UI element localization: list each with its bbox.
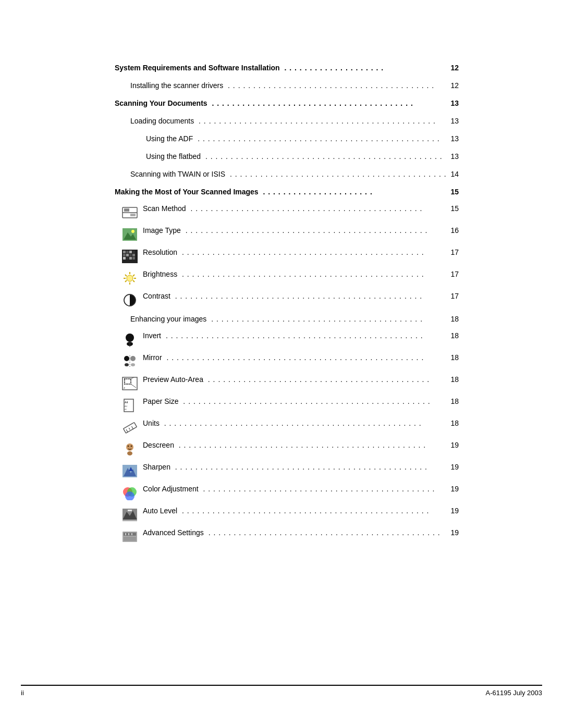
svg-rect-12 [123,254,126,256]
toc-dots-units: . . . . . . . . . . . . . . . . . . . . … [162,419,446,428]
image-type-icon [120,226,140,243]
toc-page-using-adf: 13 [448,133,459,144]
toc-entry-loading-docs: Loading documents . . . . . . . . . . . … [115,116,459,127]
svg-rect-8 [123,251,126,253]
toc-entry-installing-drivers: Installing the scanner drivers . . . . .… [115,80,459,92]
toc-page-mirror: 18 [448,353,459,362]
auto-level-icon [120,507,140,523]
toc-label-resolution: Resolution [143,248,177,256]
contrast-icon [120,292,140,309]
toc-page-scanning-docs: 13 [448,98,459,109]
svg-rect-19 [132,257,135,260]
toc-label-mirror: Mirror [143,353,162,362]
toc-dots-auto-level: . . . . . . . . . . . . . . . . . . . . … [179,507,446,515]
toc-page-enhancing: 18 [448,314,459,325]
toc-entry-color-adjustment: Color Adjustment . . . . . . . . . . . .… [143,485,459,493]
toc-entry-system-requirements: System Requirements and Software Install… [115,63,459,74]
toc-dots-scan-method: . . . . . . . . . . . . . . . . . . . . … [188,204,447,213]
toc-icon-row-sharpen: Sharpen . . . . . . . . . . . . . . . . … [115,463,459,479]
toc-page-scanning-twain: 14 [448,169,459,180]
toc-page-installing-drivers: 12 [448,80,459,91]
svg-rect-68 [124,537,136,541]
toc-dots-brightness: . . . . . . . . . . . . . . . . . . . . … [179,270,446,279]
svg-rect-48 [124,423,137,434]
toc-page-auto-level: 19 [448,507,459,515]
toc-entry-invert: Invert . . . . . . . . . . . . . . . . .… [143,331,459,340]
svg-point-20 [127,275,133,281]
toc-entry-enhancing: Enhancing your images . . . . . . . . . … [115,314,459,325]
toc-icon-row-paper-size: A4 A4 A0 Paper Size . . . . . . . . . . … [115,397,459,414]
toc-container: System Requirements and Software Install… [104,63,459,545]
toc-label-paper-size: Paper Size [143,397,178,405]
toc-page-resolution: 17 [448,248,459,256]
toc-entry-image-type: Image Type . . . . . . . . . . . . . . .… [143,226,459,235]
invert-icon [120,331,140,348]
toc-label-scan-method: Scan Method [143,204,186,213]
toc-page-contrast: 17 [448,292,459,300]
toc-entry-auto-level: Auto Level . . . . . . . . . . . . . . .… [143,507,459,515]
toc-icon-row-preview-auto-area: z Preview Auto-Area . . . . . . . . . . … [115,375,459,392]
toc-icon-row-scan-method: Scan Method . . . . . . . . . . . . . . … [115,204,459,221]
toc-label-system-requirements: System Requirements and Software Install… [115,63,280,73]
toc-icon-row-invert: Invert . . . . . . . . . . . . . . . . .… [115,331,459,348]
svg-line-27 [133,275,134,276]
toc-label-scanning-docs: Scanning Your Documents [115,98,207,109]
sharpen-icon [120,463,140,479]
preview-auto-area-icon: z [120,375,140,392]
svg-point-37 [130,356,136,361]
toc-dots-loading-docs: . . . . . . . . . . . . . . . . . . . . … [196,116,446,127]
svg-rect-15 [132,254,135,256]
toc-entry-using-flatbed: Using the flatbed . . . . . . . . . . . … [115,151,459,163]
units-icon [120,419,140,436]
svg-rect-40 [125,379,131,384]
svg-rect-2 [124,208,129,212]
toc-dots-paper-size: . . . . . . . . . . . . . . . . . . . . … [180,397,446,406]
toc-dots-color-adjustment: . . . . . . . . . . . . . . . . . . . . … [201,485,446,493]
toc-page-invert: 18 [448,331,459,340]
toc-label-enhancing: Enhancing your images [130,314,206,325]
toc-dots-preview-auto-area: . . . . . . . . . . . . . . . . . . . . … [205,375,446,384]
toc-icon-row-image-type: Image Type . . . . . . . . . . . . . . .… [115,226,459,243]
toc-label-contrast: Contrast [143,292,170,300]
toc-entry-descreen: Descreen . . . . . . . . . . . . . . . .… [143,441,459,450]
toc-dots-mirror: . . . . . . . . . . . . . . . . . . . . … [164,353,446,362]
svg-text:A4: A4 [125,401,128,404]
svg-rect-17 [126,257,129,260]
resolution-icon [120,248,140,265]
toc-dots-sharpen: . . . . . . . . . . . . . . . . . . . . … [173,463,446,472]
svg-text:A4: A4 [125,405,128,408]
svg-line-51 [131,426,133,429]
toc-label-descreen: Descreen [143,441,174,449]
page-container: System Requirements and Software Install… [0,0,563,728]
svg-rect-65 [128,510,132,511]
toc-label-color-adjustment: Color Adjustment [143,485,199,493]
toc-page-loading-docs: 13 [448,116,459,127]
svg-point-53 [127,451,132,455]
toc-dots-system-requirements: . . . . . . . . . . . . . . . . . . . . [282,63,446,74]
toc-page-brightness: 17 [448,270,459,278]
toc-entry-making-most: Making the Most of Your Scanned Images .… [115,187,459,198]
svg-line-25 [125,275,127,276]
toc-label-auto-level: Auto Level [143,507,177,515]
toc-icon-row-brightness: Brightness . . . . . . . . . . . . . . .… [115,270,459,287]
svg-rect-9 [126,251,129,253]
svg-rect-11 [132,251,135,253]
brightness-icon [120,270,140,287]
toc-entry-paper-size: Paper Size . . . . . . . . . . . . . . .… [143,397,459,406]
toc-label-using-flatbed: Using the flatbed [146,151,201,162]
toc-entry-scanning-docs: Scanning Your Documents . . . . . . . . … [115,98,459,109]
svg-line-26 [133,280,134,282]
svg-line-43 [131,384,136,388]
toc-label-making-most: Making the Most of Your Scanned Images [115,187,259,198]
svg-point-31 [126,334,134,342]
svg-point-35 [125,363,129,366]
toc-entry-mirror: Mirror . . . . . . . . . . . . . . . . .… [143,353,459,362]
footer-right: A-61195 July 2003 [486,689,542,697]
svg-point-6 [131,230,134,233]
toc-page-using-flatbed: 13 [448,151,459,162]
svg-text:A0: A0 [125,409,127,411]
svg-line-50 [129,428,130,429]
toc-label-sharpen: Sharpen [143,463,170,471]
svg-point-38 [131,363,135,366]
descreen-icon [120,441,140,458]
